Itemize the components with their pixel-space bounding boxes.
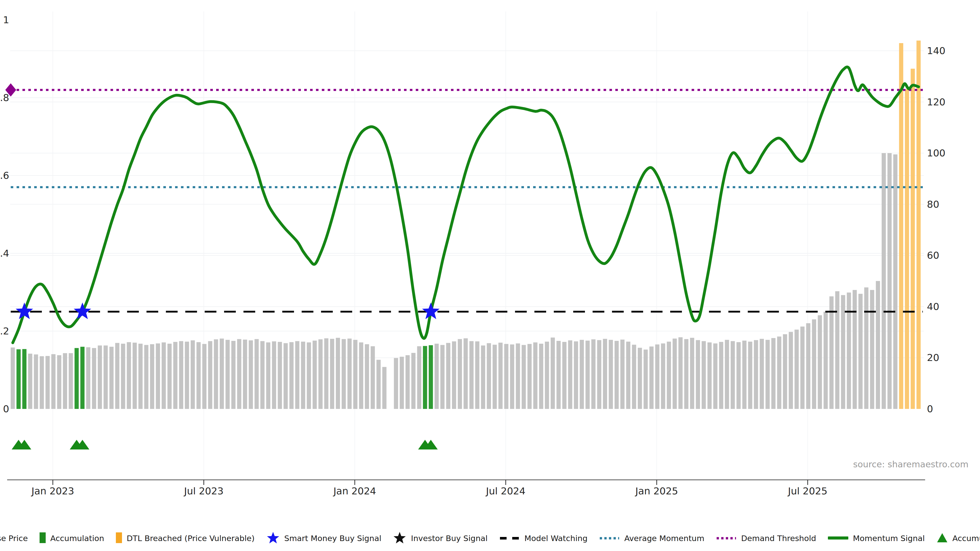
investor-star-icon-svg	[393, 531, 406, 545]
accumulation-bar	[429, 345, 433, 409]
close-price-bar	[754, 340, 758, 409]
close-price-bar	[290, 342, 293, 409]
close-price-bar	[173, 342, 177, 409]
close-price-bar	[678, 337, 682, 409]
investor-star-icon	[393, 531, 406, 545]
close-price-bar	[278, 342, 282, 409]
close-price-bar	[824, 312, 828, 409]
close-price-bar	[63, 353, 67, 409]
close-price-bar	[255, 339, 259, 409]
close-price-bar	[725, 340, 729, 409]
close-price-bar	[45, 356, 49, 409]
close-price-bar	[411, 353, 415, 409]
close-price-bar	[522, 345, 526, 409]
y-axis-right-tick-label: 120	[927, 97, 945, 108]
close-price-bar	[864, 287, 868, 409]
close-price-bar	[28, 354, 32, 409]
close-price-bar	[626, 341, 630, 409]
close-price-bar	[463, 338, 468, 409]
close-price-bar	[777, 337, 781, 409]
accumulation-swatch	[40, 532, 46, 544]
accumulation-bar	[75, 348, 79, 409]
y-axis-left-tick-label: 1	[3, 14, 9, 25]
close-price-bar	[162, 342, 165, 409]
legend-item-model-watching: Model Watching	[500, 534, 587, 543]
accumulation-triangle-icon	[937, 533, 948, 544]
close-price-bar	[249, 340, 253, 409]
close-price-bar	[614, 341, 619, 409]
close-price-bar	[818, 315, 822, 409]
close-price-bar	[812, 319, 816, 409]
close-price-bar	[400, 357, 404, 409]
demand-threshold-dots-icon-svg	[716, 537, 737, 540]
close-price-bar	[86, 347, 90, 409]
close-price-bar	[876, 281, 880, 409]
close-price-bar	[382, 367, 387, 409]
legend-label: Momentum Signal	[853, 534, 925, 543]
close-price-bar	[330, 339, 334, 409]
x-axis-tick-label: Jul 2024	[485, 486, 525, 497]
close-price-bar	[127, 342, 131, 409]
close-price-bar	[475, 341, 479, 409]
x-axis-tick-label: Jan 2023	[31, 486, 74, 497]
legend-label: Accumulation	[953, 534, 980, 543]
close-price-bar	[870, 290, 874, 409]
close-price-bar	[644, 349, 648, 409]
x-axis-tick-label: Jan 2024	[333, 486, 376, 497]
close-price-bar	[208, 341, 212, 409]
close-price-bar	[458, 339, 462, 409]
close-price-bar	[115, 343, 119, 409]
accumulation-swatch-svg	[40, 532, 46, 543]
close-price-bar	[806, 323, 810, 409]
chart-canvas: Jan 2023Jul 2023Jan 2024Jul 2024Jan 2025…	[0, 0, 980, 551]
close-price-bar	[260, 341, 264, 409]
close-price-bar	[800, 327, 804, 409]
close-price-bar	[452, 341, 456, 409]
close-price-bar	[185, 341, 189, 409]
close-price-bar	[342, 339, 346, 409]
smart-money-buy-signal-star	[74, 303, 91, 319]
close-price-bar	[283, 343, 288, 409]
close-price-bar	[562, 342, 566, 409]
close-price-bar	[34, 354, 38, 409]
close-price-bar	[103, 345, 108, 409]
legend-label: Investor Buy Signal	[411, 534, 487, 543]
accumulation-bar	[80, 347, 84, 409]
smart-money-buy-signal-star	[16, 303, 33, 319]
legend-item-dtl-breached-price-vulnerable: DTL Breached (Price Vulnerable)	[116, 532, 255, 544]
close-price-bar	[853, 290, 857, 409]
close-price-bar	[638, 348, 642, 409]
close-price-bar	[272, 341, 276, 409]
close-price-bar	[336, 338, 340, 409]
close-price-bar	[708, 342, 711, 409]
close-price-bar	[731, 341, 735, 409]
close-price-bar	[835, 291, 839, 409]
close-price-bar	[516, 343, 520, 409]
x-axis-tick-label: Jul 2025	[788, 486, 827, 497]
close-price-bar	[760, 339, 764, 409]
close-price-bar	[167, 344, 172, 409]
close-price-bar	[214, 339, 218, 409]
close-price-bar	[469, 341, 473, 409]
close-price-bar	[202, 344, 207, 409]
close-price-bar	[847, 292, 851, 409]
legend-item-close-price: Close Price	[0, 532, 28, 544]
close-price-bar	[156, 343, 160, 409]
smart-money-star-icon-svg	[266, 531, 280, 545]
close-price-bar	[649, 346, 654, 409]
close-price-bar	[661, 343, 665, 409]
close-price-bar	[144, 345, 148, 409]
close-price-bar	[68, 353, 73, 409]
legend-item-accumulation: Accumulation	[40, 532, 104, 544]
model-watching-dash-icon-svg	[500, 537, 520, 540]
y-axis-right-tick-label: 40	[927, 301, 939, 312]
close-price-bar	[487, 343, 491, 409]
close-price-bar	[498, 343, 503, 409]
close-price-bar	[359, 342, 363, 409]
close-price-bar	[742, 341, 746, 409]
close-price-bar	[719, 342, 723, 409]
legend-label: Demand Threshold	[741, 534, 816, 543]
legend-label: Model Watching	[525, 534, 587, 543]
accumulation-bar	[22, 349, 26, 409]
y-axis-left-tick-label: 0.6	[0, 170, 9, 181]
